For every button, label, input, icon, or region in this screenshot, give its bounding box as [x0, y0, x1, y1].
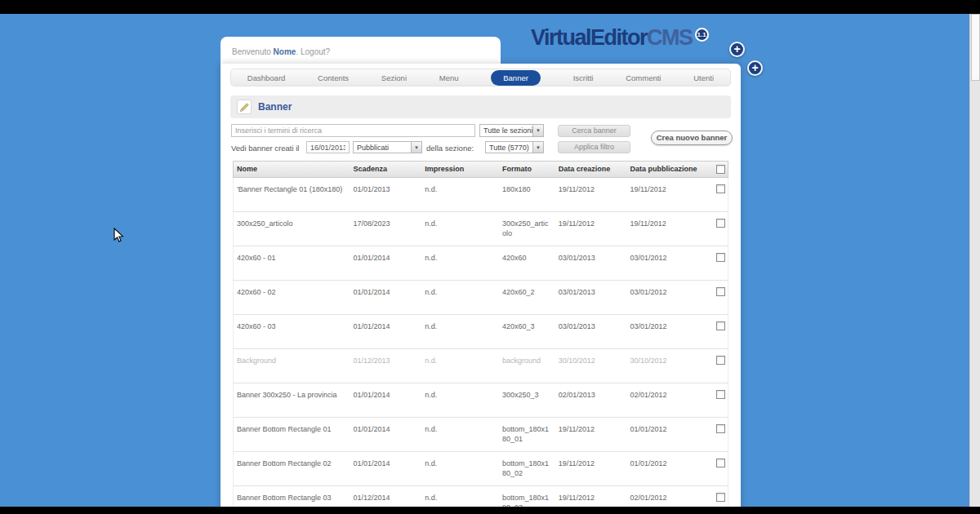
search-input[interactable]	[231, 124, 475, 137]
column-header-nome: Nome	[234, 162, 350, 177]
apply-filter-button[interactable]: Applica filtro	[558, 141, 630, 153]
cell-impression: n.d.	[421, 246, 499, 280]
table-row[interactable]: Banner 300x250 - La provincia01/01/2014n…	[233, 383, 728, 418]
nav-item-utenti[interactable]: Utenti	[693, 73, 714, 82]
section-count-select[interactable]: Tutte (5770) ▼	[485, 141, 544, 153]
section-filter-select[interactable]: Tutte le sezioni ▼	[479, 124, 544, 137]
nav-item-iscritti[interactable]: Iscritti	[573, 73, 594, 82]
row-checkbox[interactable]	[716, 424, 725, 433]
select-all-checkbox[interactable]	[716, 165, 725, 174]
cell-formato: background	[499, 349, 555, 383]
table-row[interactable]: Banner Bottom Rectangle 0101/01/2014n.d.…	[233, 418, 728, 452]
scrollbar-thumb[interactable]	[971, 14, 980, 81]
page-title-bar: Banner	[230, 95, 731, 118]
status-select[interactable]: Pubblicati ▼	[353, 141, 422, 153]
cell-select	[714, 452, 728, 485]
row-checkbox[interactable]	[716, 493, 725, 502]
cell-formato: bottom_180x180_01	[499, 418, 555, 451]
cell-formato: 420x60_2	[499, 281, 555, 314]
cell-creazione: 19/11/2012	[555, 452, 627, 485]
add-button-secondary[interactable]: +	[747, 60, 763, 76]
cell-select	[714, 418, 728, 451]
cell-select	[714, 281, 728, 314]
cell-pubblicazione: 19/11/2012	[626, 178, 714, 211]
cell-select	[714, 349, 728, 383]
cell-impression: n.d.	[421, 349, 499, 383]
cell-formato: 300x250_articolo	[499, 212, 555, 246]
cell-nome: Background	[234, 349, 350, 383]
nav-item-commenti[interactable]: Commenti	[626, 73, 661, 82]
row-checkbox[interactable]	[716, 321, 725, 330]
letterbox-bottom	[0, 507, 980, 514]
table-header: NomeScadenzaImpressionFormatoData creazi…	[233, 161, 728, 178]
cell-select	[714, 178, 728, 211]
banner-table: NomeScadenzaImpressionFormatoData creazi…	[233, 161, 728, 514]
cell-nome: 420x60 - 03	[234, 315, 350, 348]
chevron-down-icon[interactable]: ▼	[532, 142, 543, 153]
cell-impression: n.d.	[421, 178, 499, 211]
table-row[interactable]: 420x60 - 0101/01/2014n.d.420x6003/01/201…	[233, 246, 728, 281]
create-banner-button[interactable]: Crea nuovo banner	[651, 131, 733, 145]
logo-text-virtualeditor: VirtualEditor	[531, 25, 647, 50]
created-date-input[interactable]	[306, 141, 350, 153]
table-row[interactable]: Background01/12/2013n.d.background30/10/…	[233, 349, 728, 383]
cell-scadenza: 01/01/2014	[350, 418, 422, 451]
cell-creazione: 02/01/2013	[555, 383, 627, 417]
cell-creazione: 19/11/2012	[555, 418, 627, 451]
cms-window: DashboardContentsSezioniMenuBannerIscrit…	[220, 64, 741, 514]
nav-item-dashboard[interactable]: Dashboard	[247, 73, 285, 82]
cell-creazione: 19/11/2012	[555, 178, 627, 211]
nav-item-contents[interactable]: Contents	[318, 73, 349, 82]
add-button-primary[interactable]: +	[729, 42, 745, 57]
section-count-value: Tutte (5770)	[486, 144, 529, 152]
cell-formato: 180x180	[499, 178, 555, 211]
letterbox-top	[0, 0, 980, 14]
table-row[interactable]: 420x60 - 0301/01/2014n.d.420x60_303/01/2…	[233, 315, 728, 349]
logo-text-cms: CMS	[647, 25, 693, 50]
row-checkbox[interactable]	[716, 459, 725, 467]
welcome-prefix: Benvenuto	[232, 47, 274, 56]
row-checkbox[interactable]	[716, 253, 725, 262]
logout-link[interactable]: . Logout?	[296, 47, 330, 56]
user-name: Nome	[274, 47, 296, 56]
table-row[interactable]: 'Banner Rectangle 01 (180x180)01/01/2013…	[233, 178, 728, 212]
cell-pubblicazione: 03/01/2012	[626, 246, 714, 280]
of-section-label: della sezione:	[426, 144, 474, 153]
cell-impression: n.d.	[421, 212, 499, 246]
row-checkbox[interactable]	[716, 356, 725, 365]
row-checkbox[interactable]	[716, 184, 725, 193]
column-header-data-creazione: Data creazione	[555, 162, 627, 177]
nav-item-banner[interactable]: Banner	[491, 70, 541, 86]
column-header-scadenza: Scadenza	[350, 162, 422, 177]
column-header-data-pubblicazione: Data pubblicazione	[626, 162, 714, 177]
cell-scadenza: 01/01/2014	[350, 383, 422, 417]
table-row[interactable]: Banner Bottom Rectangle 0201/01/2014n.d.…	[233, 452, 728, 486]
column-header-select	[714, 162, 728, 177]
cell-scadenza: 01/01/2013	[350, 178, 422, 211]
nav-item-menu[interactable]: Menu	[439, 73, 459, 82]
chevron-down-icon[interactable]: ▼	[532, 125, 543, 136]
cell-scadenza: 17/08/2023	[350, 212, 422, 246]
welcome-tab: Benvenuto Nome. Logout?	[220, 37, 501, 64]
page-title: Banner	[258, 101, 292, 113]
row-checkbox[interactable]	[716, 219, 725, 228]
cell-pubblicazione: 01/01/2012	[626, 418, 714, 451]
column-header-formato: Formato	[499, 162, 555, 177]
table-row[interactable]: 300x250_articolo17/08/2023n.d.300x250_ar…	[233, 212, 728, 246]
row-checkbox[interactable]	[716, 287, 725, 296]
page-scrollbar[interactable]	[969, 14, 980, 507]
chevron-down-icon[interactable]: ▼	[411, 142, 421, 153]
cell-scadenza: 01/01/2014	[350, 246, 422, 280]
table-row[interactable]: 420x60 - 0201/01/2014n.d.420x60_203/01/2…	[233, 281, 728, 315]
cell-nome: 420x60 - 01	[234, 246, 350, 280]
nav-item-sezioni[interactable]: Sezioni	[381, 73, 407, 82]
main-navigation: DashboardContentsSezioniMenuBannerIscrit…	[230, 69, 731, 86]
cell-impression: n.d.	[421, 315, 499, 348]
cell-nome: Banner Bottom Rectangle 02	[234, 452, 350, 485]
pencil-icon	[237, 100, 252, 114]
row-checkbox[interactable]	[716, 390, 725, 399]
cell-creazione: 03/01/2013	[555, 246, 627, 280]
cell-select	[714, 315, 728, 348]
cell-nome: 'Banner Rectangle 01 (180x180)	[234, 178, 350, 211]
search-banner-button[interactable]: Cerca banner	[558, 125, 630, 137]
